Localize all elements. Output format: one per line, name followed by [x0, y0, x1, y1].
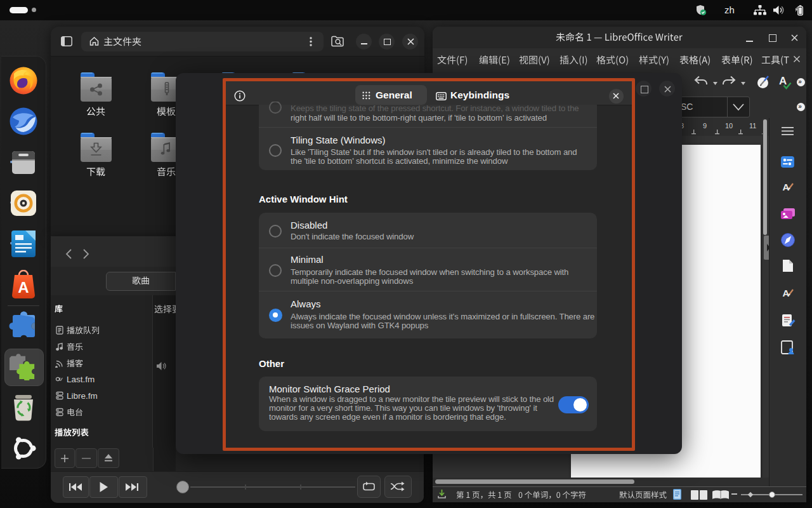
svg-text:A: A — [783, 182, 790, 192]
svg-text:A: A — [783, 288, 790, 298]
svg-text:A: A — [18, 279, 29, 296]
